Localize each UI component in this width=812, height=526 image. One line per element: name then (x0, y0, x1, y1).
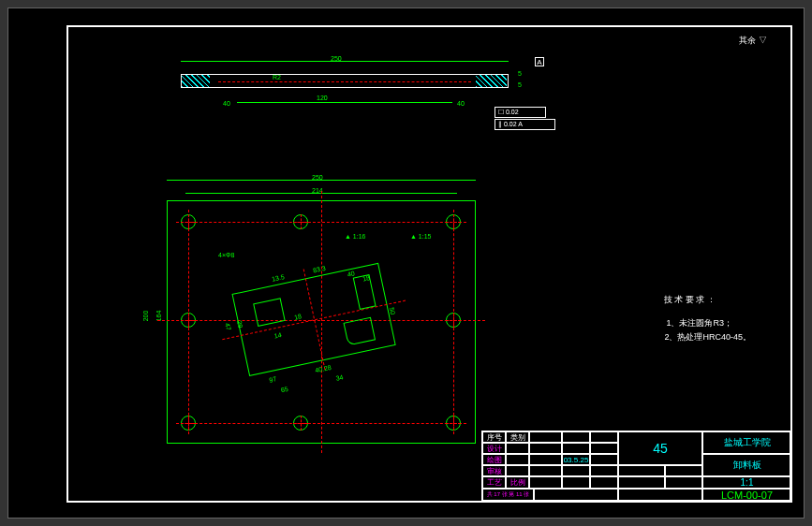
tb-r4-4 (562, 476, 590, 489)
det-dim-12: 34 (335, 373, 344, 381)
angle-2: ▲ 1:15 (410, 233, 432, 240)
tb-r2-2 (506, 454, 529, 465)
tb-bottom2 (618, 489, 702, 501)
dim-left: 40 (223, 100, 230, 107)
angle-1: ▲ 1:16 (345, 233, 366, 240)
tb-material: 45 (618, 431, 702, 465)
dim-line (181, 61, 509, 62)
tb-r1-2 (506, 443, 529, 454)
tb-scale-lbl: 比例 (506, 476, 529, 489)
dim-t2: 5 (518, 81, 522, 88)
tb-mid3 (618, 476, 665, 489)
title-block: 序号 类别 设计 绘图 03.5.25 审核 工艺 比例 (481, 431, 790, 501)
det-dim-10: 40.28 (315, 364, 332, 373)
det-dim-14: 50 (389, 307, 396, 315)
section-view: 250 120 R2 40 40 5 5 A ☐ 0.02 ∥ 0.02 A (181, 65, 509, 121)
requirement-1: 1、未注圆角R3； (666, 317, 732, 329)
hatch-right (476, 75, 507, 87)
drawing-border: 其余 ▽ 250 120 R2 40 40 5 5 A (66, 25, 792, 503)
centerline-right-v (453, 210, 454, 434)
requirement-2: 2、热处理HRC40-45。 (664, 331, 751, 343)
tb-h1: 序号 (482, 431, 506, 443)
tb-mid4 (665, 476, 702, 489)
tb-h4 (562, 431, 590, 443)
tb-r4-5 (590, 476, 618, 489)
dim-inner: 120 (317, 95, 328, 101)
dim-line-pw (167, 180, 476, 181)
tb-r1-3 (529, 443, 562, 454)
tb-r3-1: 审核 (482, 465, 506, 476)
surface-finish-label: 其余 ▽ (739, 35, 767, 47)
dim-t1: 5 (518, 70, 522, 77)
dim-r2: R2 (273, 74, 281, 80)
centerline-top-h (176, 222, 466, 223)
tb-mid2 (665, 465, 702, 476)
hatch-left (182, 75, 210, 87)
tb-r3-2 (506, 465, 529, 476)
tb-r1-4 (562, 443, 590, 454)
det-dim-11: 65 (280, 386, 288, 393)
tb-r3-3 (529, 465, 562, 476)
tb-r1-5 (590, 443, 618, 454)
tb-r2-5 (590, 454, 618, 465)
datum-a: A (535, 57, 544, 66)
plan-view: 250 214 200 164 (148, 182, 495, 462)
tb-date: 03.5.25 (562, 454, 590, 465)
tb-h2: 类别 (506, 431, 529, 443)
dim-plan-h: 200 (142, 311, 149, 322)
tb-r2-3 (529, 454, 562, 465)
tb-drawing-no: LCM-00-07 (702, 489, 791, 501)
requirements-title: 技 术 要 求 ： (664, 294, 716, 306)
tb-sheets: 共 17 张 第 11 张 (482, 489, 534, 501)
gdt-flatness: ☐ 0.02 (495, 107, 546, 118)
dim-line-inner (237, 102, 452, 103)
det-dim-8: 29 (236, 320, 244, 329)
tb-r4-3 (529, 476, 562, 489)
tb-r3-4 (562, 465, 590, 476)
tb-r4-1: 工艺 (482, 476, 506, 489)
centerline-bot-h (176, 423, 466, 424)
dim-right: 40 (457, 100, 465, 107)
centerline-left-v (188, 210, 189, 434)
finish-symbol-icon: ▽ (759, 36, 767, 45)
tb-r3-5 (590, 465, 618, 476)
tb-mid1 (618, 465, 665, 476)
tb-bottom (534, 489, 618, 501)
centerline-h (218, 81, 471, 82)
det-dim-9: 97 (269, 375, 277, 383)
tb-r2-1: 绘图 (482, 454, 506, 465)
tb-scale: 1:1 (702, 476, 791, 489)
cad-viewport[interactable]: 其余 ▽ 250 120 R2 40 40 5 5 A (7, 7, 805, 519)
gdt-parallelism: ∥ 0.02 A (495, 119, 555, 130)
tb-institution: 盐城工学院 (702, 431, 791, 454)
tb-r1-1: 设计 (482, 443, 506, 454)
holes-spec: 4×Φ8 (218, 252, 234, 258)
tb-h5 (590, 431, 618, 443)
tb-h3 (529, 431, 562, 443)
tb-partname: 卸料板 (702, 454, 791, 476)
det-dim-7: 47 (224, 323, 231, 331)
